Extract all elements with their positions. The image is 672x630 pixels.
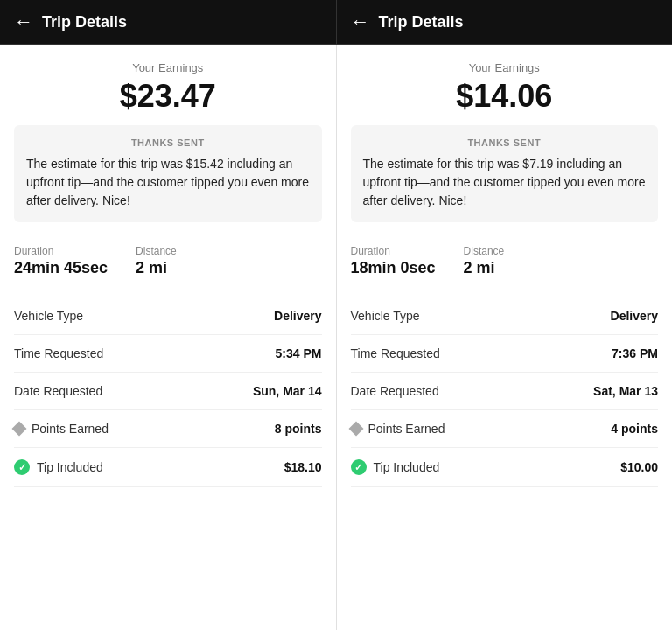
right-header-title: Trip Details (379, 13, 464, 32)
left-duration-value: 24min 45sec (14, 259, 108, 277)
left-row-value-1: 5:34 PM (276, 346, 322, 360)
right-earnings-amount: $14.06 (351, 78, 659, 115)
left-distance: Distance 2 mi (136, 245, 177, 277)
left-row-value-4: $18.10 (284, 460, 322, 474)
left-earnings-label: Your Earnings (14, 61, 322, 74)
right-row-value-0: Delivery (611, 309, 658, 323)
left-duration: Duration 24min 45sec (14, 245, 108, 277)
right-detail-row-1: Time Requested7:36 PM (351, 335, 659, 373)
left-row-label-1: Time Requested (14, 346, 103, 360)
right-earnings-section: Your Earnings $14.06 (351, 46, 659, 125)
left-distance-value: 2 mi (136, 259, 177, 277)
right-distance: Distance 2 mi (464, 245, 505, 277)
left-panel: Your Earnings $23.47 THANKS SENT The est… (0, 46, 337, 630)
left-row-label-0: Vehicle Type (14, 309, 83, 323)
right-duration-value: 18min 0sec (351, 259, 436, 277)
left-detail-rows: Vehicle TypeDeliveryTime Requested5:34 P… (14, 298, 322, 487)
right-thanks-text: The estimate for this trip was $7.19 inc… (363, 155, 647, 210)
left-distance-label: Distance (136, 245, 177, 257)
right-row-value-4: $10.00 (620, 460, 658, 474)
left-detail-row-0: Vehicle TypeDelivery (14, 298, 322, 335)
left-thanks-box: THANKS SENT The estimate for this trip w… (14, 125, 322, 222)
right-header: ← Trip Details (337, 0, 673, 46)
left-row-label-2: Date Requested (14, 384, 102, 398)
content-area: Your Earnings $23.47 THANKS SENT The est… (0, 46, 672, 630)
left-detail-row-4: ✓Tip Included$18.10 (14, 448, 322, 487)
right-row-label-4: ✓Tip Included (351, 459, 440, 475)
right-detail-row-2: Date RequestedSat, Mar 13 (351, 373, 659, 410)
right-thanks-title: THANKS SENT (363, 137, 647, 148)
left-detail-row-3: Points Earned8 points (14, 410, 322, 448)
right-detail-rows: Vehicle TypeDeliveryTime Requested7:36 P… (351, 298, 659, 487)
left-thanks-text: The estimate for this trip was $15.42 in… (26, 155, 310, 210)
right-earnings-label: Your Earnings (351, 61, 659, 74)
left-row-label-3: Points Earned (14, 422, 108, 436)
diamond-icon (348, 422, 363, 437)
right-row-value-2: Sat, Mar 13 (593, 384, 658, 398)
right-distance-value: 2 mi (464, 259, 505, 277)
left-detail-row-2: Date RequestedSun, Mar 14 (14, 373, 322, 410)
right-row-label-3: Points Earned (351, 422, 445, 436)
right-detail-row-3: Points Earned4 points (351, 410, 659, 448)
left-header-title: Trip Details (42, 13, 127, 32)
left-row-value-3: 8 points (275, 422, 322, 436)
right-row-label-2: Date Requested (351, 384, 439, 398)
right-detail-row-4: ✓Tip Included$10.00 (351, 448, 659, 487)
right-detail-row-0: Vehicle TypeDelivery (351, 298, 659, 335)
right-row-value-1: 7:36 PM (612, 346, 658, 360)
right-duration: Duration 18min 0sec (351, 245, 436, 277)
left-stats-row: Duration 24min 45sec Distance 2 mi (14, 236, 322, 290)
left-header: ← Trip Details (0, 0, 337, 46)
check-icon: ✓ (351, 459, 367, 475)
right-row-label-0: Vehicle Type (351, 309, 420, 323)
left-row-label-4: ✓Tip Included (14, 459, 103, 475)
left-row-value-0: Delivery (274, 309, 321, 323)
back-arrow-left[interactable]: ← (14, 10, 33, 33)
right-distance-label: Distance (464, 245, 505, 257)
right-row-value-3: 4 points (611, 422, 658, 436)
left-duration-label: Duration (14, 245, 108, 257)
right-row-label-1: Time Requested (351, 346, 440, 360)
right-thanks-box: THANKS SENT The estimate for this trip w… (351, 125, 659, 222)
right-stats-row: Duration 18min 0sec Distance 2 mi (351, 236, 659, 290)
right-duration-label: Duration (351, 245, 436, 257)
right-panel: Your Earnings $14.06 THANKS SENT The est… (337, 46, 673, 630)
diamond-icon (12, 422, 27, 437)
left-detail-row-1: Time Requested5:34 PM (14, 335, 322, 373)
back-arrow-right[interactable]: ← (351, 10, 370, 33)
check-icon: ✓ (14, 459, 30, 475)
left-earnings-amount: $23.47 (14, 78, 322, 115)
left-earnings-section: Your Earnings $23.47 (14, 46, 322, 125)
top-bar: ← Trip Details ← Trip Details (0, 0, 672, 46)
left-thanks-title: THANKS SENT (26, 137, 310, 148)
left-row-value-2: Sun, Mar 14 (253, 384, 322, 398)
